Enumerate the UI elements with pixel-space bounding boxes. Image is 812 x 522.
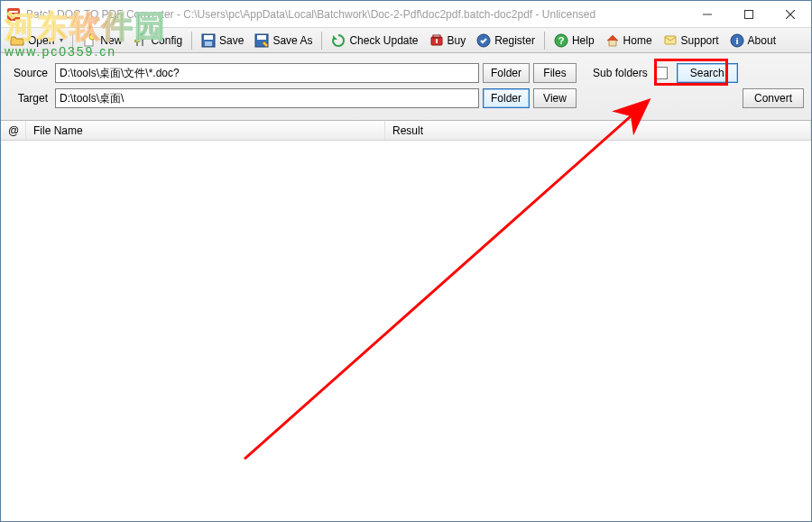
source-row: Source Folder Files Sub folders Search	[8, 62, 804, 84]
svg-rect-4	[745, 10, 753, 18]
subfolders-checkbox[interactable]	[655, 67, 668, 79]
col-at[interactable]: @	[1, 121, 26, 140]
svg-rect-17	[257, 35, 266, 40]
dropdown-icon: ▾	[60, 36, 63, 44]
buy-icon	[429, 33, 444, 48]
save-as-label: Save As	[272, 34, 312, 47]
home-label: Home	[623, 34, 652, 47]
svg-text:?: ?	[558, 35, 565, 46]
window-title: Batch DOC TO PDF Converter - C:\Users\pc…	[26, 8, 687, 21]
source-input[interactable]	[55, 63, 479, 83]
svg-rect-1	[9, 11, 18, 13]
save-label: Save	[219, 34, 244, 47]
app-icon	[6, 7, 21, 22]
results-list[interactable]	[1, 141, 811, 522]
svg-rect-11	[142, 35, 143, 46]
check-update-label: Check Update	[349, 34, 418, 47]
svg-rect-12	[140, 37, 145, 40]
update-icon	[331, 33, 346, 48]
support-icon	[663, 33, 678, 48]
source-folder-button[interactable]: Folder	[483, 63, 530, 83]
home-button[interactable]: Home	[600, 31, 658, 50]
window-buttons	[687, 1, 811, 28]
open-button[interactable]: Open ▾	[5, 31, 69, 50]
save-icon	[201, 33, 216, 48]
home-icon	[605, 33, 620, 48]
target-row: Target Folder View Convert	[8, 87, 804, 109]
search-button[interactable]: Search	[677, 63, 738, 83]
main-toolbar: Open ▾ New Config Save Save As Check Upd…	[1, 28, 811, 53]
col-filename[interactable]: File Name	[26, 121, 385, 140]
title-bar: Batch DOC TO PDF Converter - C:\Users\pc…	[1, 1, 811, 28]
support-button[interactable]: Support	[658, 31, 724, 50]
svg-rect-2	[9, 14, 18, 16]
save-button[interactable]: Save	[196, 31, 249, 50]
svg-rect-15	[205, 41, 212, 46]
open-label: Open	[28, 34, 54, 47]
target-label: Target	[8, 92, 51, 105]
about-label: About	[748, 34, 776, 47]
register-label: Register	[494, 34, 535, 47]
config-label: Config	[151, 34, 182, 47]
new-label: New	[100, 34, 122, 47]
subfolders-label: Sub folders	[593, 67, 648, 79]
register-button[interactable]: Register	[471, 31, 540, 50]
close-button[interactable]	[770, 1, 811, 28]
new-button[interactable]: New	[77, 31, 127, 50]
minimize-button[interactable]	[687, 1, 728, 28]
convert-button[interactable]: Convert	[743, 88, 804, 108]
check-update-button[interactable]: Check Update	[326, 31, 423, 50]
source-files-button[interactable]: Files	[533, 63, 577, 83]
buy-label: Buy	[448, 34, 466, 47]
source-label: Source	[8, 67, 51, 79]
results-header: @ File Name Result	[1, 121, 811, 141]
separator	[191, 32, 192, 50]
svg-text:i: i	[735, 35, 738, 46]
save-as-icon	[254, 33, 269, 48]
svg-rect-14	[204, 35, 213, 40]
maximize-button[interactable]	[728, 1, 770, 28]
config-icon	[133, 33, 147, 48]
about-button[interactable]: i About	[724, 31, 781, 50]
buy-button[interactable]: Buy	[424, 31, 472, 50]
new-icon	[82, 33, 97, 48]
target-input[interactable]	[55, 88, 479, 108]
separator	[321, 32, 322, 50]
save-as-button[interactable]: Save As	[249, 31, 318, 50]
col-result[interactable]: Result	[385, 121, 811, 140]
path-form: Source Folder Files Sub folders Search T…	[1, 53, 811, 121]
support-label: Support	[681, 34, 719, 47]
help-button[interactable]: ? Help	[549, 31, 600, 50]
target-view-button[interactable]: View	[533, 88, 577, 108]
register-icon	[476, 33, 491, 48]
target-folder-button[interactable]: Folder	[483, 88, 530, 108]
svg-rect-10	[134, 40, 140, 42]
svg-point-8	[89, 34, 95, 40]
help-label: Help	[572, 34, 595, 47]
help-icon: ?	[554, 33, 568, 48]
svg-rect-20	[436, 39, 438, 43]
config-button[interactable]: Config	[127, 31, 188, 50]
separator	[544, 32, 545, 50]
open-icon	[10, 33, 24, 48]
separator	[72, 32, 73, 50]
about-icon: i	[730, 33, 744, 48]
